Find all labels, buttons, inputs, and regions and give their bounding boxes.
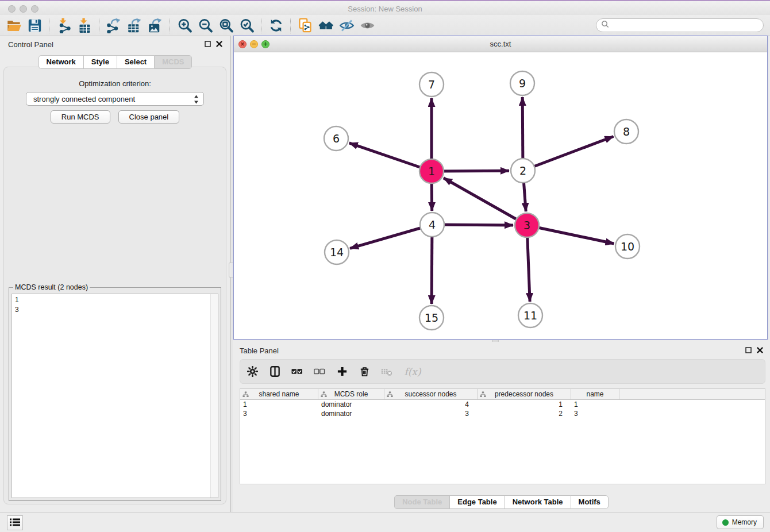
- close-panel-icon[interactable]: [216, 41, 222, 47]
- graph-edge-4-14[interactable]: [350, 225, 432, 248]
- add-column-icon[interactable]: [336, 365, 348, 379]
- memory-button[interactable]: Memory: [717, 515, 764, 529]
- export-network-icon[interactable]: [103, 17, 124, 34]
- open-session-icon[interactable]: [3, 17, 24, 34]
- column-header-predecessor-nodes[interactable]: predecessor nodes: [478, 389, 571, 399]
- table-cell[interactable]: 3: [384, 410, 478, 418]
- graph-node-10[interactable]: 10: [615, 234, 640, 259]
- close-table-panel-icon[interactable]: [757, 347, 763, 353]
- refresh-view-icon[interactable]: [265, 17, 286, 34]
- control-panel: Control Panel NetworkStyleSelectMCDS Opt…: [0, 36, 230, 512]
- float-panel-icon[interactable]: [205, 41, 211, 47]
- table-row[interactable]: 1dominator411: [240, 400, 765, 409]
- search-input[interactable]: [612, 21, 759, 29]
- titlebar: Session: New Session: [0, 0, 770, 15]
- network-minimize-button[interactable]: −: [250, 40, 258, 48]
- zoom-fit-icon[interactable]: [215, 17, 236, 34]
- graph-node-8[interactable]: 8: [614, 119, 638, 144]
- show-graphics-details-icon[interactable]: [357, 17, 378, 34]
- task-history-button[interactable]: [7, 515, 23, 530]
- graph-edge-3-1[interactable]: [444, 178, 527, 225]
- graph-node-6[interactable]: 6: [324, 126, 348, 151]
- graph-node-7[interactable]: 7: [419, 72, 444, 97]
- network-close-button[interactable]: ×: [238, 40, 247, 48]
- column-header-shared-name[interactable]: shared name: [240, 389, 318, 399]
- column-header-mcds-role[interactable]: MCDS role: [318, 389, 384, 399]
- tab-select[interactable]: Select: [117, 55, 154, 69]
- export-image-icon[interactable]: [145, 17, 165, 34]
- export-table-icon[interactable]: [124, 17, 145, 34]
- graph-edge-1-6[interactable]: [349, 143, 432, 171]
- graph-node-11[interactable]: 11: [518, 303, 542, 327]
- mcds-result-list[interactable]: 13: [11, 294, 218, 498]
- svg-text:4: 4: [429, 218, 436, 231]
- close-panel-button[interactable]: Close panel: [118, 110, 180, 124]
- hide-graphics-details-icon[interactable]: [336, 17, 357, 34]
- table-cell[interactable]: 2: [478, 410, 571, 418]
- table-settings-gear-icon[interactable]: [246, 365, 259, 379]
- graph-edge-3-10[interactable]: [527, 225, 614, 244]
- table-cell[interactable]: 1: [571, 400, 619, 408]
- tab-style[interactable]: Style: [83, 55, 117, 69]
- graph-node-14[interactable]: 14: [325, 240, 349, 264]
- table-row[interactable]: 3dominator323: [240, 409, 765, 418]
- toolbar-separator: [49, 18, 49, 33]
- tab-network[interactable]: Network: [38, 55, 83, 69]
- svg-text:11: 11: [523, 309, 537, 322]
- import-table-icon[interactable]: [74, 17, 95, 34]
- svg-text:7: 7: [428, 78, 435, 91]
- tab-node-table[interactable]: Node Table: [394, 495, 449, 509]
- memory-status-icon: [722, 519, 729, 526]
- graph-node-2[interactable]: 2: [511, 159, 535, 183]
- svg-text:8: 8: [623, 125, 630, 138]
- control-panel-title: Control Panel: [8, 40, 53, 49]
- graph-node-3[interactable]: 3: [515, 213, 539, 237]
- tab-motifs[interactable]: Motifs: [571, 495, 609, 509]
- mcds-panel: Optimization criterion: strongly connect…: [3, 67, 226, 504]
- float-table-panel-icon[interactable]: [745, 347, 752, 353]
- select-all-rows-icon[interactable]: [291, 365, 303, 379]
- network-canvas[interactable]: 7968124314101511: [234, 52, 767, 339]
- import-network-icon[interactable]: [53, 17, 74, 34]
- run-mcds-button[interactable]: Run MCDS: [51, 110, 110, 124]
- column-header-successor-nodes[interactable]: successor nodes: [384, 389, 478, 399]
- tab-edge-table[interactable]: Edge Table: [449, 495, 504, 509]
- table-panel-title: Table Panel: [240, 346, 279, 355]
- network-maximize-button[interactable]: +: [261, 40, 270, 48]
- delete-table-icon: [380, 365, 393, 379]
- toolbar-icon-strip: [3, 17, 378, 34]
- mcds-result-line: 1: [15, 295, 209, 305]
- ndex-share-icon[interactable]: [295, 17, 315, 34]
- network-window-titlebar[interactable]: × − + scc.txt: [234, 36, 767, 52]
- window-title: Session: New Session: [0, 5, 770, 13]
- zoom-selected-icon[interactable]: [236, 17, 257, 34]
- graph-edge-2-8[interactable]: [523, 137, 614, 171]
- control-panel-tabs: NetworkStyleSelectMCDS: [0, 55, 230, 69]
- search-box[interactable]: [596, 18, 764, 32]
- deselect-all-rows-icon[interactable]: [313, 365, 326, 379]
- table-cell[interactable]: dominator: [318, 400, 384, 408]
- toggle-column-panel-icon[interactable]: [268, 365, 281, 379]
- criterion-dropdown[interactable]: strongly connected component: [26, 92, 204, 106]
- table-cell[interactable]: dominator: [318, 410, 384, 418]
- graph-node-1[interactable]: 1: [419, 159, 444, 183]
- table-cell[interactable]: 4: [384, 400, 478, 408]
- delete-column-icon[interactable]: [358, 365, 371, 379]
- graph-node-15[interactable]: 15: [419, 306, 444, 330]
- zoom-in-icon[interactable]: [174, 17, 195, 34]
- graph-node-9[interactable]: 9: [510, 71, 534, 95]
- graph-node-4[interactable]: 4: [420, 213, 444, 237]
- home-network-icon[interactable]: [315, 17, 336, 34]
- column-header-name[interactable]: name: [571, 389, 619, 399]
- table-cell[interactable]: 1: [240, 400, 318, 408]
- tab-network-table[interactable]: Network Table: [505, 495, 571, 509]
- result-scrollbar[interactable]: [210, 294, 218, 498]
- save-session-icon[interactable]: [24, 17, 45, 34]
- tab-mcds[interactable]: MCDS: [154, 55, 192, 69]
- zoom-out-icon[interactable]: [195, 17, 215, 34]
- network-view-window: × − + scc.txt 7968124314101511: [233, 36, 768, 340]
- table-cell[interactable]: 3: [571, 410, 619, 418]
- table-cell[interactable]: 1: [478, 400, 571, 408]
- table-cell[interactable]: 3: [240, 410, 318, 418]
- svg-text:1: 1: [428, 165, 435, 178]
